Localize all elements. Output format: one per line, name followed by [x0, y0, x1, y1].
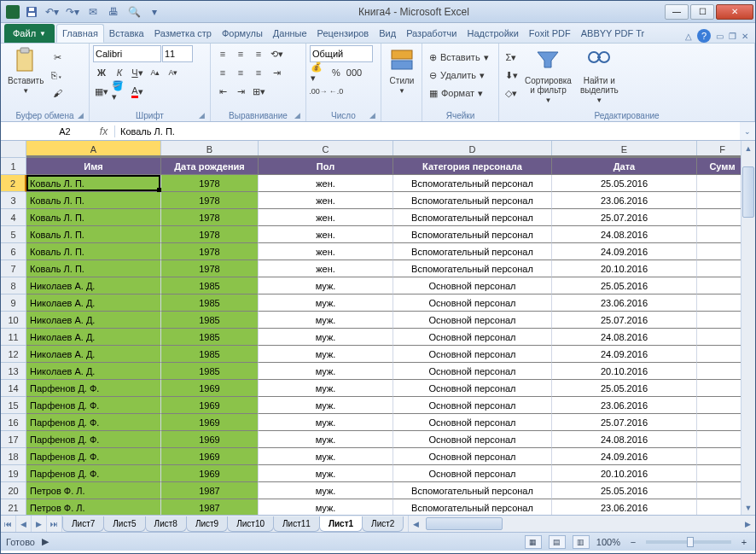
cell[interactable]: Николаев А. Д. [26, 346, 161, 363]
cell[interactable]: Парфенов Д. Ф. [26, 465, 161, 482]
cell[interactable]: Основной персонал [393, 294, 552, 312]
scroll-down-icon[interactable]: ▼ [741, 500, 755, 515]
cell[interactable]: 1985 [161, 363, 259, 380]
cell[interactable]: Основной персонал [393, 414, 552, 431]
cell[interactable]: Коваль Л. П. [26, 192, 161, 209]
doc-restore-icon[interactable]: ❐ [729, 32, 736, 41]
sheet-tab-Лист2[interactable]: Лист2 [362, 516, 404, 532]
tab-рецензиров[interactable]: Рецензиров [312, 24, 375, 43]
macro-record-icon[interactable]: ▶ [42, 536, 49, 547]
clipboard-launcher-icon[interactable]: ◢ [78, 111, 84, 120]
qat-preview-icon[interactable]: 🔍 [125, 3, 142, 20]
cell[interactable]: Вспомогательный персонал [393, 243, 552, 260]
formula-input[interactable] [115, 122, 740, 140]
cell[interactable]: жен. [259, 243, 393, 260]
cell[interactable]: Николаев А. Д. [26, 329, 161, 346]
cell[interactable]: Вспомогательный персонал [393, 226, 552, 243]
cell[interactable]: 23.06.2016 [552, 397, 697, 414]
font-color-button[interactable]: A▾ [129, 83, 146, 100]
cell[interactable]: 24.08.2016 [552, 329, 697, 346]
cell[interactable]: Вспомогательный персонал [393, 499, 552, 515]
cell[interactable]: Парфенов Д. Ф. [26, 380, 161, 397]
sheet-prev-icon[interactable]: ◀ [16, 516, 32, 532]
col-header-A[interactable]: A [26, 141, 161, 158]
hscroll-right-icon[interactable]: ▶ [741, 516, 755, 532]
cell[interactable]: Основной персонал [393, 465, 552, 482]
cell[interactable]: 24.09.2016 [552, 243, 697, 260]
cell[interactable]: муж. [259, 312, 393, 329]
delete-cells-button[interactable]: ⊖ Удалить ▾ [426, 67, 488, 84]
sheet-tab-Лист10[interactable]: Лист10 [227, 516, 274, 532]
cell[interactable]: Вспомогательный персонал [393, 209, 552, 226]
cell[interactable]: 1985 [161, 312, 259, 329]
cell[interactable]: 25.07.2016 [552, 312, 697, 329]
cell[interactable]: Парфенов Д. Ф. [26, 414, 161, 431]
hscroll-left-icon[interactable]: ◀ [409, 516, 423, 532]
cell[interactable]: Основной персонал [393, 448, 552, 465]
cell[interactable]: Основной персонал [393, 380, 552, 397]
cell[interactable]: 1978 [161, 260, 259, 277]
row-header-6[interactable]: 6 [1, 243, 26, 260]
tab-разметка стр[interactable]: Разметка стр [149, 24, 217, 43]
cell[interactable]: муж. [259, 499, 393, 515]
fill-color-button[interactable]: 🪣▾ [111, 83, 128, 100]
cell[interactable]: Парфенов Д. Ф. [26, 397, 161, 414]
cell[interactable]: Основной персонал [393, 363, 552, 380]
row-header-8[interactable]: 8 [1, 277, 26, 294]
qat-undo-icon[interactable]: ↶▾ [44, 3, 61, 20]
col-header-B[interactable]: B [161, 141, 259, 158]
cell[interactable]: 1978 [161, 192, 259, 209]
row-header-12[interactable]: 12 [1, 346, 26, 363]
row-header-7[interactable]: 7 [1, 260, 26, 277]
scroll-thumb[interactable] [742, 166, 754, 218]
styles-button[interactable]: Стили▼ [385, 45, 419, 96]
header-cell[interactable]: Дата [552, 158, 697, 175]
hscroll-thumb[interactable] [426, 517, 503, 530]
comma-icon[interactable]: 000 [346, 64, 363, 81]
cut-icon[interactable]: ✂ [49, 49, 66, 66]
cell[interactable]: Николаев А. Д. [26, 363, 161, 380]
cell[interactable]: 25.07.2016 [552, 209, 697, 226]
tab-abbyy pdf tr[interactable]: ABBYY PDF Tr [576, 24, 649, 43]
minimize-button[interactable]: — [665, 4, 689, 20]
tab-разработчи[interactable]: Разработчи [401, 24, 462, 43]
cell[interactable]: муж. [259, 465, 393, 482]
cell[interactable]: 1969 [161, 465, 259, 482]
qat-quickprint-icon[interactable]: 🖶 [105, 3, 122, 20]
number-launcher-icon[interactable]: ◢ [369, 111, 375, 120]
col-header-D[interactable]: D [393, 141, 552, 158]
cell[interactable]: Коваль Л. П. [26, 260, 161, 277]
header-cell[interactable]: Дата рождения [161, 158, 259, 175]
align-launcher-icon[interactable]: ◢ [294, 111, 300, 120]
sheet-tab-Лист9[interactable]: Лист9 [186, 516, 228, 532]
row-header-2[interactable]: 2 [1, 175, 26, 192]
qat-save-icon[interactable] [23, 3, 40, 20]
cell[interactable]: 1969 [161, 448, 259, 465]
orientation-icon[interactable]: ⟲▾ [268, 45, 285, 62]
cell[interactable]: 25.05.2016 [552, 277, 697, 294]
row-header-14[interactable]: 14 [1, 380, 26, 397]
cell[interactable]: 1969 [161, 414, 259, 431]
cell[interactable]: Парфенов Д. Ф. [26, 448, 161, 465]
number-format-select[interactable] [310, 45, 373, 62]
qat-customize-icon[interactable]: ▾ [146, 3, 163, 20]
cell[interactable]: жен. [259, 226, 393, 243]
row-header-1[interactable]: 1 [1, 158, 26, 175]
qat-redo-icon[interactable]: ↷▾ [64, 3, 81, 20]
cell[interactable]: 1978 [161, 243, 259, 260]
row-header-19[interactable]: 19 [1, 465, 26, 482]
col-header-C[interactable]: C [259, 141, 393, 158]
cell[interactable]: 24.08.2016 [552, 431, 697, 448]
tab-данные[interactable]: Данные [268, 24, 312, 43]
doc-minimize-icon[interactable]: ▭ [716, 32, 724, 41]
cell[interactable]: муж. [259, 329, 393, 346]
cell[interactable]: 1969 [161, 431, 259, 448]
worksheet-grid[interactable]: ABCDEF 123456789101112131415161718192021… [1, 141, 755, 515]
close-button[interactable]: ✕ [716, 4, 753, 20]
decrease-font-icon[interactable]: A▾ [165, 64, 182, 81]
wrap-text-icon[interactable]: ⇥ [268, 64, 285, 81]
cell[interactable]: 1969 [161, 380, 259, 397]
font-size-select[interactable] [162, 45, 193, 62]
increase-font-icon[interactable]: A▴ [147, 64, 164, 81]
clear-icon[interactable]: ◇▾ [503, 85, 520, 102]
